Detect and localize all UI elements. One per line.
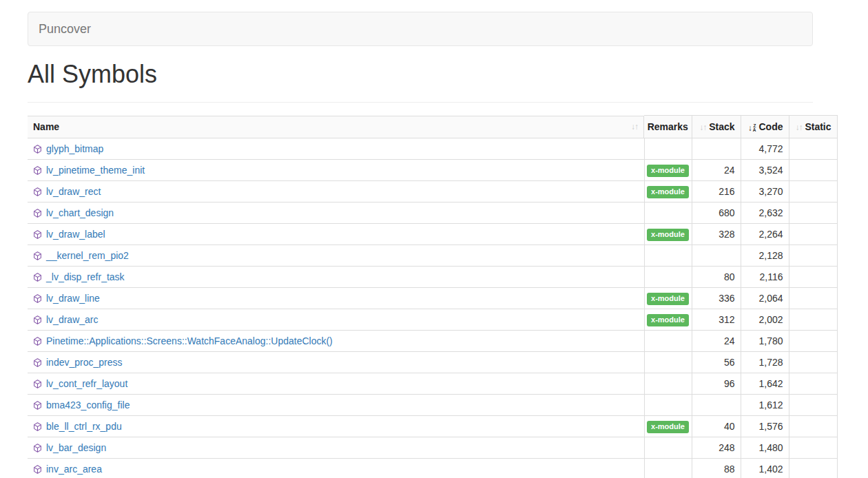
table-row: indev_proc_press 56 1,728 [28, 352, 837, 373]
stack-value: 24 [692, 160, 741, 181]
symbol-link[interactable]: lv_cont_refr_layout [46, 378, 127, 389]
symbol-link[interactable]: ble_ll_ctrl_rx_pdu [46, 421, 122, 432]
code-value: 2,002 [741, 309, 789, 331]
sort-icon-stack: ↓↑ [699, 123, 706, 132]
remarks-cell: x-module [644, 416, 692, 437]
stack-value: 56 [692, 352, 741, 373]
table-row: Pinetime::Applications::Screens::WatchFa… [28, 331, 837, 352]
stack-value: 88 [692, 459, 741, 478]
cube-icon [33, 401, 42, 410]
symbol-link[interactable]: bma423_config_file [46, 399, 130, 411]
table-row: __kernel_rem_pio2 2,128 [28, 245, 837, 267]
column-header-static[interactable]: ↓↑Static [789, 116, 837, 138]
table-row: lv_draw_arc x-module 312 2,002 [28, 309, 837, 331]
remarks-cell: x-module [644, 181, 692, 202]
static-value [789, 373, 837, 395]
table-header-row: Name ↓↑ Remarks ↓↑Stack ↓ZACode [28, 116, 837, 138]
column-header-code[interactable]: ↓ZACode [741, 116, 789, 138]
symbol-link[interactable]: lv_pinetime_theme_init [46, 165, 145, 176]
sort-icon-name: ↓↑ [631, 122, 638, 132]
column-header-stack[interactable]: ↓↑Stack [692, 116, 741, 138]
stack-value: 216 [692, 181, 741, 202]
static-value [789, 224, 837, 245]
sort-icon-static: ↓↑ [795, 123, 802, 132]
symbol-link[interactable]: indev_proc_press [46, 357, 123, 368]
code-value: 4,772 [741, 138, 789, 160]
code-value: 2,064 [741, 288, 789, 309]
cube-icon [33, 337, 42, 346]
x-module-badge: x-module [647, 293, 689, 305]
column-label-stack: Stack [709, 121, 734, 132]
symbol-name-cell: lv_cont_refr_layout [28, 373, 644, 395]
symbol-link[interactable]: lv_draw_label [46, 229, 105, 240]
table-row: inv_arc_area 88 1,402 [28, 459, 837, 478]
column-label-name: Name [33, 121, 59, 132]
cube-icon [33, 209, 42, 218]
static-value [789, 395, 837, 416]
column-header-remarks[interactable]: Remarks [644, 116, 692, 138]
x-module-badge: x-module [647, 229, 689, 241]
remarks-cell [644, 459, 692, 478]
symbol-link[interactable]: glyph_bitmap [46, 143, 103, 154]
symbols-table: Name ↓↑ Remarks ↓↑Stack ↓ZACode [28, 115, 838, 478]
code-value: 1,402 [741, 459, 789, 478]
symbol-link[interactable]: lv_bar_design [46, 442, 106, 453]
static-value [789, 138, 837, 160]
code-value: 2,128 [741, 245, 789, 267]
navbar: Puncover [28, 12, 813, 46]
code-value: 2,116 [741, 267, 789, 288]
remarks-cell [644, 395, 692, 416]
symbol-link[interactable]: lv_draw_rect [46, 186, 101, 197]
stack-value: 24 [692, 331, 741, 352]
cube-icon [33, 273, 42, 282]
stack-value: 680 [692, 202, 741, 224]
static-value [789, 416, 837, 437]
symbol-link[interactable]: Pinetime::Applications::Screens::WatchFa… [46, 335, 333, 346]
stack-value: 248 [692, 437, 741, 459]
page: Puncover All Symbols Name ↓↑ Remarks [0, 0, 868, 478]
stack-value: 80 [692, 267, 741, 288]
symbol-name-cell: lv_bar_design [28, 437, 644, 459]
static-value [789, 202, 837, 224]
cube-icon [33, 294, 42, 303]
cube-icon [33, 251, 42, 260]
symbol-link[interactable]: lv_draw_arc [46, 314, 98, 325]
static-value [789, 245, 837, 267]
stack-value: 96 [692, 373, 741, 395]
static-value [789, 160, 837, 181]
table-row: lv_bar_design 248 1,480 [28, 437, 837, 459]
brand-link[interactable]: Puncover [39, 22, 91, 37]
static-value [789, 181, 837, 202]
remarks-cell: x-module [644, 288, 692, 309]
remarks-cell: x-module [644, 224, 692, 245]
static-value [789, 459, 837, 478]
stack-value: 40 [692, 416, 741, 437]
symbol-link[interactable]: _lv_disp_refr_task [46, 271, 125, 282]
symbol-name-cell: lv_draw_arc [28, 309, 644, 331]
symbol-name-cell: Pinetime::Applications::Screens::WatchFa… [28, 331, 644, 352]
cube-icon [33, 315, 42, 324]
cube-icon [33, 380, 42, 388]
column-label-code: Code [759, 121, 783, 132]
cube-icon [33, 465, 42, 474]
symbol-link[interactable]: lv_chart_design [46, 207, 114, 218]
static-value [789, 288, 837, 309]
x-module-badge: x-module [647, 186, 689, 198]
remarks-cell [644, 202, 692, 224]
symbol-name-cell: lv_draw_line [28, 288, 644, 309]
stack-value [692, 138, 741, 160]
static-value [789, 352, 837, 373]
remarks-cell [644, 331, 692, 352]
table-row: lv_pinetime_theme_init x-module 24 3,524 [28, 160, 837, 181]
static-value [789, 437, 837, 459]
table-row: bma423_config_file 1,612 [28, 395, 837, 416]
symbol-link[interactable]: inv_arc_area [46, 464, 102, 475]
column-label-remarks: Remarks [648, 121, 688, 132]
column-header-name[interactable]: Name ↓↑ [28, 116, 644, 138]
code-value: 1,780 [741, 331, 789, 352]
symbol-name-cell: lv_draw_label [28, 224, 644, 245]
symbol-link[interactable]: lv_draw_line [46, 293, 100, 304]
symbol-name-cell: ble_ll_ctrl_rx_pdu [28, 416, 644, 437]
symbol-link[interactable]: __kernel_rem_pio2 [46, 250, 129, 261]
x-module-badge: x-module [647, 165, 689, 177]
